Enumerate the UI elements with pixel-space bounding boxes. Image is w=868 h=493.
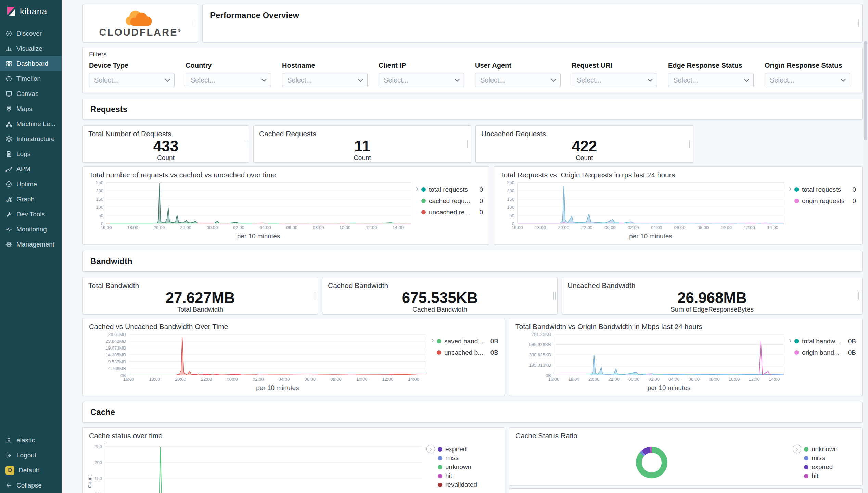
legend-dot (794, 339, 799, 343)
legend-dot (794, 350, 799, 355)
request-uri-select[interactable]: Select... (572, 73, 657, 87)
sidebar-item-collapse[interactable]: Collapse (0, 478, 62, 493)
resize-handle[interactable] (245, 140, 247, 148)
plot-area[interactable] (105, 443, 422, 493)
panel-cache-status-ratio: Cache Status Ratio › unknown miss expire… (509, 427, 863, 485)
legend-item[interactable]: expired (804, 463, 856, 471)
sidebar-item-monitoring[interactable]: Monitoring (0, 222, 62, 237)
panel-top-uris-cache-miss: Top URIs with Cache Status Miss (509, 488, 863, 493)
resize-handle[interactable] (553, 292, 556, 300)
sidebar-item-timelion[interactable]: Timelion (0, 71, 62, 86)
dashboard-icon (5, 60, 12, 67)
metric-uncached-requests: Uncached Requests 422 Count (475, 125, 693, 163)
monitoring-icon (5, 226, 12, 233)
legend-item[interactable]: total requests0 (794, 184, 856, 195)
legend-toggle-icon[interactable]: › (431, 336, 434, 358)
sidebar-item-canvas[interactable]: Canvas (0, 86, 62, 101)
cache-status-donut[interactable] (636, 447, 667, 478)
x-axis: 16:0018:0020:0022:0000:0002:0004:0006:00… (517, 225, 784, 231)
legend-dot (438, 447, 442, 452)
logs-icon (5, 151, 12, 157)
legend-item[interactable]: expired (438, 445, 498, 454)
legend-item[interactable]: uncached b...0B (437, 347, 498, 358)
plot-area[interactable] (517, 182, 784, 224)
legend-toggle-icon[interactable]: › (793, 445, 801, 453)
filter-device-type: Device Type Select... (89, 60, 175, 87)
legend-item[interactable]: origin requests0 (794, 195, 856, 206)
legend-item[interactable]: unknown (438, 463, 498, 471)
chart-legend: › total requests0 cached requ...0 uncach… (416, 184, 483, 218)
legend-dot (804, 465, 808, 469)
sidebar-item-discover[interactable]: Discover (0, 26, 62, 41)
cloudflare-logo: CLOUDFLARE® (99, 9, 182, 38)
legend-toggle-icon[interactable]: › (426, 445, 435, 453)
legend-dot (438, 474, 442, 478)
legend-item[interactable]: cached requ...0 (421, 195, 483, 206)
infrastructure-icon (5, 136, 12, 142)
resize-handle[interactable] (314, 292, 316, 300)
filter-client-ip: Client IP Select... (379, 60, 464, 87)
uptime-icon (5, 181, 12, 188)
sidebar: kibana Discover Visualize Dashboard Time… (0, 0, 62, 493)
registered-mark: ® (178, 28, 181, 33)
chart-legend: › expired miss unknown hit revalidated (426, 445, 498, 489)
filter-edge-response-status: Edge Response Status Select... (668, 60, 754, 87)
kibana-logo[interactable]: kibana (0, 0, 62, 23)
legend-item[interactable]: total bandw...0B (794, 336, 856, 347)
page-scrollbar[interactable] (863, 0, 868, 493)
edge-response-status-select[interactable]: Select... (668, 73, 754, 87)
sidebar-item-dashboard[interactable]: Dashboard (0, 56, 62, 71)
sidebar-item-visualize[interactable]: Visualize (0, 41, 62, 56)
legend-dot (437, 350, 441, 355)
legend-dot (794, 199, 799, 203)
legend-toggle-icon[interactable]: › (416, 185, 419, 218)
section-header-cache: Cache (82, 402, 863, 423)
country-select[interactable]: Select... (186, 73, 271, 87)
plot-area[interactable] (129, 334, 426, 375)
user-icon (5, 437, 12, 444)
resize-handle[interactable] (858, 20, 860, 27)
legend-item[interactable]: miss (438, 454, 498, 463)
resize-handle[interactable] (689, 140, 691, 148)
sidebar-item-elastic-user[interactable]: elastic (0, 433, 62, 448)
sidebar-item-space-default[interactable]: D Default (0, 463, 62, 478)
sidebar-item-dev-tools[interactable]: Dev Tools (0, 207, 62, 222)
legend-dot (421, 210, 426, 214)
sidebar-item-infrastructure[interactable]: Infrastructure (0, 131, 62, 147)
legend-item[interactable]: uncached re...0 (421, 206, 483, 218)
user-agent-select[interactable]: Select... (475, 73, 561, 87)
legend-item[interactable]: revalidated (438, 480, 498, 489)
sidebar-item-machine-learning[interactable]: Machine Le... (0, 116, 62, 131)
legend-item[interactable]: miss (804, 454, 856, 463)
scrollbar-thumb[interactable] (864, 41, 867, 140)
plot-area[interactable] (554, 334, 784, 375)
legend-item[interactable]: hit (438, 471, 498, 480)
metric-uncached-bandwidth: Uncached Bandwidth 26.968MB Sum of EdgeR… (562, 277, 863, 314)
legend-toggle-icon[interactable]: › (789, 336, 792, 358)
sidebar-item-uptime[interactable]: Uptime (0, 177, 62, 192)
legend-toggle-icon[interactable]: › (789, 185, 792, 206)
sidebar-item-logout[interactable]: Logout (0, 448, 62, 463)
legend-item[interactable]: total requests0 (421, 184, 483, 195)
filter-origin-response-status: Origin Response Status Select... (765, 60, 850, 87)
legend-item[interactable]: saved band...0B (437, 336, 498, 347)
sidebar-item-management[interactable]: Management (0, 237, 62, 252)
legend-item[interactable]: origin band...0B (794, 347, 856, 358)
legend-item[interactable]: unknown (804, 445, 856, 454)
sidebar-item-graph[interactable]: Graph (0, 192, 62, 207)
sidebar-item-logs[interactable]: Logs (0, 147, 62, 162)
legend-item[interactable]: hit (804, 471, 856, 480)
resize-handle[interactable] (858, 292, 860, 300)
hostname-select[interactable]: Select... (282, 73, 368, 87)
plot-area[interactable] (106, 182, 411, 224)
origin-response-status-select[interactable]: Select... (765, 73, 850, 87)
client-ip-select[interactable]: Select... (379, 73, 464, 87)
chevron-down-icon (551, 76, 557, 82)
sidebar-item-maps[interactable]: Maps (0, 101, 62, 116)
kibana-logo-icon (5, 6, 16, 17)
sidebar-item-apm[interactable]: APM (0, 162, 62, 177)
resize-handle[interactable] (467, 140, 469, 148)
resize-handle[interactable] (194, 20, 196, 27)
device-type-select[interactable]: Select... (89, 73, 175, 87)
filter-country: Country Select... (186, 60, 271, 87)
